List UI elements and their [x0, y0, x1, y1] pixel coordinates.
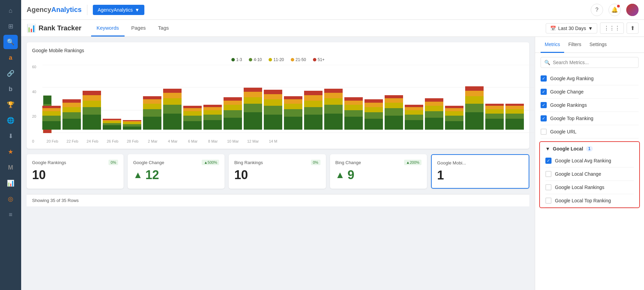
checkbox-google-local-change[interactable] — [545, 171, 552, 177]
bar-segment — [42, 111, 61, 116]
chart-bar-icon[interactable]: 📊 — [3, 176, 18, 190]
footer-bar: Showing 35 of 35 Rows — [27, 194, 529, 206]
legend-label-11-20: 11-20 — [273, 57, 284, 62]
link-icon[interactable]: 🔗 — [3, 66, 18, 81]
eye-icon[interactable]: ◎ — [3, 192, 18, 206]
bar-group — [344, 65, 363, 130]
bar-segment — [244, 112, 262, 130]
grid-icon[interactable]: ⊞ — [3, 19, 18, 33]
tab-settings[interactable]: Settings — [585, 37, 611, 53]
tab-metrics[interactable]: Metrics — [541, 37, 564, 53]
m-icon[interactable]: M — [3, 160, 18, 175]
metric-cards: Google Rankings 0% 10 Google Change ▲500… — [27, 154, 529, 189]
legend-label-4-10: 4-10 — [254, 57, 262, 62]
bar-segment — [163, 105, 182, 113]
google-local-metrics: ✓ Google Local Avg Ranking Google Local … — [540, 154, 639, 207]
bar-segment — [62, 112, 81, 119]
download-icon[interactable]: ⬇ — [3, 129, 18, 143]
letter-a-icon[interactable]: a — [3, 50, 18, 65]
bar-segment — [324, 105, 343, 113]
google-rankings-badge: 0% — [109, 160, 118, 165]
metrics-search-box[interactable]: 🔍 — [541, 57, 639, 68]
bar-segment — [284, 96, 302, 100]
bar-segment — [42, 121, 61, 130]
tab-tags[interactable]: Tags — [153, 20, 174, 37]
bar-segment — [304, 107, 323, 115]
bar-group — [324, 65, 343, 130]
main-content: Google Mobile Rankings 1-3 4-10 11-20 — [21, 37, 535, 290]
bar-segment — [143, 96, 161, 100]
google-local-badge: 1 — [586, 146, 593, 151]
legend-4-10: 4-10 — [249, 57, 262, 62]
bar-segment — [62, 119, 81, 130]
bar-segment — [264, 90, 282, 94]
card-header-4: Bing Change ▲200% — [335, 160, 421, 165]
checkbox-google-avg-ranking[interactable]: ✓ — [541, 75, 547, 82]
search-icon[interactable]: 🔍 — [3, 35, 18, 49]
tab-keywords[interactable]: Keywords — [91, 20, 125, 37]
bar-segment — [324, 98, 343, 105]
bar-group — [425, 65, 443, 130]
avatar[interactable] — [626, 4, 639, 16]
letter-b-icon[interactable]: b — [3, 82, 18, 96]
chart-title: Google Mobile Rankings — [32, 48, 524, 53]
bar-segment — [103, 125, 121, 130]
chart-card: Google Mobile Rankings 1-3 4-10 11-20 — [27, 42, 529, 149]
bar-segment — [465, 96, 484, 104]
bar-segment — [284, 117, 302, 130]
bar-segment — [445, 108, 463, 112]
bar-segment — [425, 118, 443, 130]
bar-segment — [405, 115, 423, 120]
checkbox-google-local-top-ranking[interactable] — [545, 198, 552, 204]
checkbox-google-local-rankings[interactable] — [545, 184, 552, 190]
metrics-search-input[interactable] — [553, 60, 635, 65]
bar-segment — [183, 111, 202, 116]
legend-dot-21-50 — [291, 58, 294, 61]
sub-nav: 📊 Rank Tracker Keywords Pages Tags 📅 Las… — [21, 20, 644, 37]
bar-segment — [385, 98, 403, 103]
bar-segment — [284, 99, 302, 104]
bar-segment — [505, 119, 524, 130]
checkbox-google-rankings[interactable]: ✓ — [541, 102, 547, 108]
metric-label-google-top-ranking: Google Top Ranking — [550, 116, 593, 121]
checkbox-google-change[interactable]: ✓ — [541, 89, 547, 95]
google-change-card: Google Change ▲500% ▲ 12 — [128, 154, 225, 189]
y-label-0: 0 — [32, 139, 42, 143]
legend-label-51-plus: 51+ — [318, 57, 325, 62]
agency-analytics-button[interactable]: AgencyAnalytics ▼ — [93, 5, 144, 15]
chevron-down-icon[interactable]: ▼ — [545, 146, 550, 151]
metric-google-rankings: ✓ Google Rankings — [541, 99, 639, 112]
bar-segment — [385, 103, 403, 108]
bar-segment — [385, 108, 403, 116]
star-icon[interactable]: ★ — [3, 145, 18, 159]
bar-segment — [505, 106, 524, 109]
date-range-button[interactable]: 📅 Last 30 Days ▼ — [546, 23, 597, 33]
top-nav: AgencyAnalytics AgencyAnalytics ▼ ? 🔔 — [21, 0, 644, 20]
bar-segment — [163, 93, 182, 98]
globe-icon[interactable]: 🌐 — [3, 113, 18, 128]
bar-segment — [304, 95, 323, 101]
x-label: 22 Feb — [62, 139, 83, 143]
logo-agency: Agency — [27, 6, 51, 13]
bar-group — [224, 65, 242, 130]
share-icon[interactable]: ⬆ — [627, 23, 639, 34]
help-icon[interactable]: ? — [591, 4, 603, 16]
home-icon[interactable]: ⌂ — [3, 3, 18, 18]
list-icon[interactable]: ≡ — [3, 207, 18, 222]
legend-11-20: 11-20 — [269, 57, 284, 62]
bar-segment — [344, 97, 363, 101]
y-label-20: 20 — [32, 114, 42, 118]
checkbox-google-local-avg-ranking[interactable]: ✓ — [545, 158, 552, 164]
checkbox-google-url[interactable] — [541, 129, 547, 135]
tab-pages[interactable]: Pages — [126, 20, 152, 37]
bar-segment — [163, 89, 182, 93]
card-header-3: Bing Rankings 0% — [234, 160, 320, 165]
columns-icon[interactable]: ⋮⋮⋮ — [600, 23, 624, 34]
google-change-number: 12 — [145, 168, 159, 182]
checkbox-google-top-ranking[interactable]: ✓ — [541, 115, 547, 121]
metric-google-local-top-ranking: Google Local Top Ranking — [545, 194, 634, 207]
tab-filters[interactable]: Filters — [564, 37, 585, 53]
bar-segment — [183, 116, 202, 121]
notification-icon[interactable]: 🔔 — [609, 4, 621, 16]
trophy-icon[interactable]: 🏆 — [3, 98, 18, 112]
